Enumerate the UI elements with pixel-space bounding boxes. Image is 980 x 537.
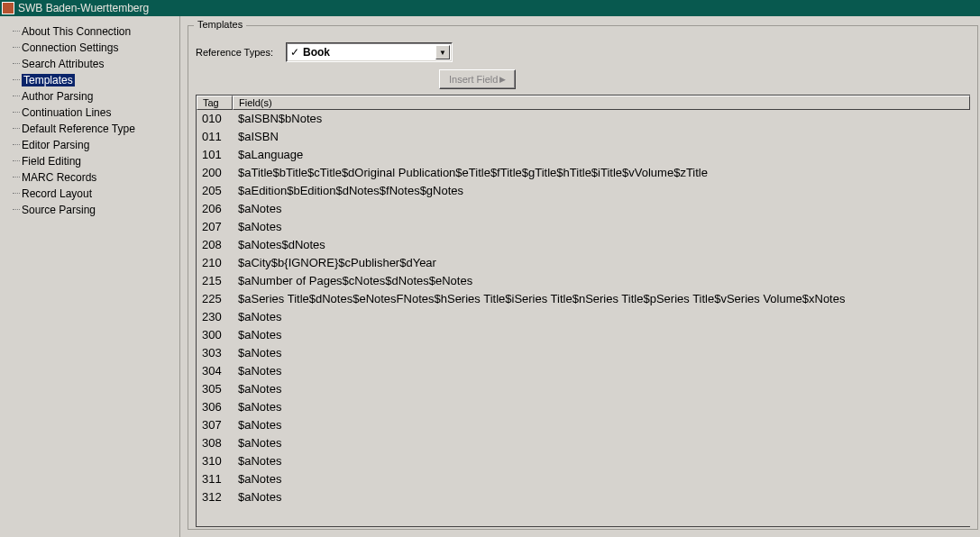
cell-fields: $aEdition$bEdition$dNotes$fNotes$gNotes — [234, 182, 970, 200]
sidebar-item[interactable]: Author Parsing — [14, 88, 179, 105]
sidebar-item[interactable]: Editor Parsing — [14, 137, 179, 153]
cell-fields: $aNotes — [234, 488, 970, 506]
table-row[interactable]: 300$aNotes — [197, 326, 970, 344]
insert-field-label: Insert Field — [449, 74, 498, 85]
cell-fields: $aNotes — [234, 416, 970, 434]
table-row[interactable]: 303$aNotes — [197, 344, 970, 362]
table-row[interactable]: 208$aNotes$dNotes — [197, 236, 970, 254]
cell-fields: $aNotes — [234, 326, 970, 344]
sidebar: About This ConnectionConnection Settings… — [0, 16, 180, 537]
sidebar-item[interactable]: Connection Settings — [14, 40, 179, 56]
cell-tag: 311 — [197, 470, 234, 488]
cell-tag: 215 — [197, 272, 234, 290]
cell-fields: $aNotes — [234, 218, 970, 236]
check-icon: ✓ — [290, 46, 299, 59]
sidebar-item[interactable]: MARC Records — [14, 169, 179, 186]
cell-fields: $aISBN — [234, 128, 970, 146]
cell-fields: $aTitle$bTitle$cTitle$dOriginal Publicat… — [234, 164, 970, 182]
cell-tag: 206 — [197, 200, 234, 218]
cell-fields: $aNotes — [234, 398, 970, 416]
table-row[interactable]: 312$aNotes — [197, 488, 970, 506]
table-row[interactable]: 205$aEdition$bEdition$dNotes$fNotes$gNot… — [197, 182, 970, 200]
templates-groupbox: Templates Reference Types: ✓ Book ▼ Inse… — [188, 25, 978, 530]
sidebar-item[interactable]: Search Attributes — [14, 56, 179, 72]
cell-fields: $aSeries Title$dNotes$eNotesFNotes$hSeri… — [234, 290, 970, 308]
cell-tag: 310 — [197, 452, 234, 470]
table-row[interactable]: 215$aNumber of Pages$cNotes$dNotes$eNote… — [197, 272, 970, 290]
cell-fields: $aNotes — [234, 362, 970, 380]
table-row[interactable]: 206$aNotes — [197, 200, 970, 218]
table-row[interactable]: 225$aSeries Title$dNotes$eNotesFNotes$hS… — [197, 290, 970, 308]
table-row[interactable]: 308$aNotes — [197, 434, 970, 452]
cell-tag: 305 — [197, 380, 234, 398]
cell-tag: 312 — [197, 488, 234, 506]
col-header-fields[interactable]: Field(s) — [233, 96, 970, 110]
cell-tag: 303 — [197, 344, 234, 362]
cell-tag: 306 — [197, 398, 234, 416]
insert-field-button: Insert Field ▶ — [439, 69, 516, 89]
table-row[interactable]: 310$aNotes — [197, 452, 970, 470]
sidebar-item[interactable]: Record Layout — [14, 186, 179, 202]
sidebar-item-label: Editor Parsing — [22, 139, 89, 151]
cell-fields: $aLanguage — [234, 146, 970, 164]
sidebar-item-label: Source Parsing — [22, 204, 96, 216]
cell-tag: 200 — [197, 164, 234, 182]
sidebar-item-label: Templates — [22, 74, 75, 86]
cell-tag: 300 — [197, 326, 234, 344]
sidebar-item[interactable]: Continuation Lines — [14, 105, 179, 121]
cell-tag: 304 — [197, 362, 234, 380]
groupbox-title: Templates — [194, 19, 246, 30]
cell-fields: $aNotes$dNotes — [234, 236, 970, 254]
table-row[interactable]: 304$aNotes — [197, 362, 970, 380]
table-row[interactable]: 207$aNotes — [197, 218, 970, 236]
cell-tag: 010 — [197, 110, 234, 128]
cell-tag: 011 — [197, 128, 234, 146]
cell-fields: $aNumber of Pages$cNotes$dNotes$eNotes — [234, 272, 970, 290]
chevron-right-icon: ▶ — [499, 75, 506, 84]
col-header-tag[interactable]: Tag — [197, 96, 233, 110]
window-title: SWB Baden-Wuerttemberg — [18, 2, 149, 14]
sidebar-item-label: Field Editing — [22, 155, 81, 168]
table-row[interactable]: 230$aNotes — [197, 308, 970, 326]
table-row[interactable]: 011$aISBN — [197, 128, 970, 146]
cell-tag: 230 — [197, 308, 234, 326]
sidebar-item-label: Connection Settings — [22, 41, 118, 54]
cell-tag: 307 — [197, 416, 234, 434]
table-header: Tag Field(s) — [197, 96, 970, 110]
sidebar-item[interactable]: About This Connection — [14, 23, 179, 40]
cell-tag: 205 — [197, 182, 234, 200]
cell-fields: $aNotes — [234, 452, 970, 470]
template-table[interactable]: Tag Field(s) 010$aISBN$bNotes011$aISBN10… — [196, 95, 970, 527]
sidebar-item-label: Default Reference Type — [22, 123, 135, 135]
cell-fields: $aNotes — [234, 434, 970, 452]
sidebar-item[interactable]: Source Parsing — [14, 202, 179, 218]
table-row[interactable]: 200$aTitle$bTitle$cTitle$dOriginal Publi… — [197, 164, 970, 182]
sidebar-item-label: About This Connection — [22, 25, 131, 38]
cell-fields: $aNotes — [234, 200, 970, 218]
table-row[interactable]: 311$aNotes — [197, 470, 970, 488]
table-row[interactable]: 210$aCity$b{IGNORE}$cPublisher$dYear — [197, 254, 970, 272]
cell-fields: $aNotes — [234, 470, 970, 488]
cell-fields: $aNotes — [234, 380, 970, 398]
window-titlebar[interactable]: SWB Baden-Wuerttemberg — [0, 0, 980, 16]
sidebar-item-label: Continuation Lines — [22, 106, 111, 119]
cell-fields: $aNotes — [234, 308, 970, 326]
table-row[interactable]: 306$aNotes — [197, 398, 970, 416]
sidebar-item-label: Search Attributes — [22, 58, 104, 70]
reference-type-dropdown[interactable]: ✓ Book ▼ — [286, 42, 453, 62]
cell-tag: 210 — [197, 254, 234, 272]
table-row[interactable]: 101$aLanguage — [197, 146, 970, 164]
sidebar-item[interactable]: Field Editing — [14, 153, 179, 169]
table-row[interactable]: 307$aNotes — [197, 416, 970, 434]
table-row[interactable]: 010$aISBN$bNotes — [197, 110, 970, 128]
cell-fields: $aISBN$bNotes — [234, 110, 970, 128]
sidebar-item[interactable]: Templates — [14, 72, 179, 88]
cell-fields: $aNotes — [234, 344, 970, 362]
table-row[interactable]: 305$aNotes — [197, 380, 970, 398]
cell-fields: $aCity$b{IGNORE}$cPublisher$dYear — [234, 254, 970, 272]
cell-tag: 101 — [197, 146, 234, 164]
cell-tag: 308 — [197, 434, 234, 452]
cell-tag: 225 — [197, 290, 234, 308]
sidebar-item[interactable]: Default Reference Type — [14, 121, 179, 137]
chevron-down-icon[interactable]: ▼ — [435, 45, 450, 59]
